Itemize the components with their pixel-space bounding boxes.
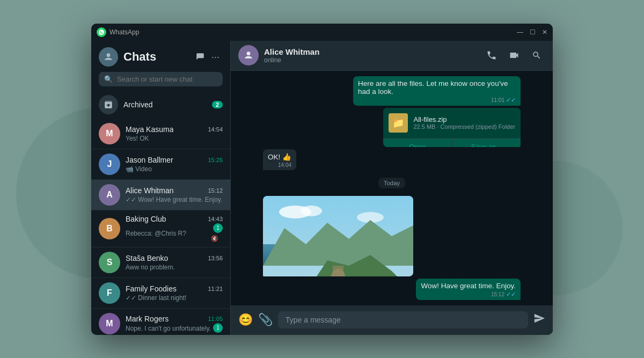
chat-item-preview: Nope. I can't go unfortunately. bbox=[126, 325, 211, 332]
chat-item-preview: 📹 Video bbox=[126, 165, 152, 173]
chat-header-avatar[interactable] bbox=[238, 45, 259, 65]
app-window: WhatsApp — ☐ ✕ Chats ⋯ bbox=[91, 24, 553, 335]
chat-list-item[interactable]: A Alice Whitman 15:12 ✓✓ Wow! Have great… bbox=[91, 180, 230, 210]
chat-name-row: Baking Club 14:43 bbox=[126, 215, 223, 223]
archived-row[interactable]: Archived 2 bbox=[91, 91, 230, 119]
chat-item-time: 11:21 bbox=[208, 286, 223, 292]
chat-header: Alice Whitman online bbox=[231, 41, 553, 71]
svg-rect-10 bbox=[333, 266, 343, 276]
chat-item-preview: ✓✓ Dinner last night! bbox=[126, 294, 186, 302]
chat-item-name: Baking Club bbox=[126, 215, 166, 223]
search-box: 🔍 bbox=[99, 72, 223, 86]
chat-avatar: M bbox=[99, 313, 120, 334]
file-actions: Open Save as... bbox=[383, 138, 521, 147]
chat-header-info: Alice Whitman online bbox=[264, 47, 483, 64]
chat-list-item[interactable]: M Mark Rogers 11:05 Nope. I can't go unf… bbox=[91, 309, 230, 335]
file-icon: 📁 bbox=[389, 113, 408, 133]
chat-list: M Maya Kasuma 14:54 Yes! OK J Jason Ball… bbox=[91, 119, 230, 335]
more-options-button[interactable]: ⋯ bbox=[208, 49, 223, 64]
file-info: All-files.zip 22.5 MB · Compressed (zipp… bbox=[413, 115, 515, 130]
chat-item-name: Mark Rogers bbox=[126, 315, 169, 323]
file-card: 📁 All-files.zip 22.5 MB · Compressed (zi… bbox=[383, 108, 521, 138]
read-receipt-icon: ✓✓ bbox=[506, 291, 516, 298]
main-content: Chats ⋯ 🔍 Archived 2 bbox=[91, 41, 553, 335]
chat-list-item[interactable]: M Maya Kasuma 14:54 Yes! OK bbox=[91, 119, 230, 149]
chat-item-info: Baking Club 14:43 Rebecca: @Chris R? 1 🔇 bbox=[126, 215, 223, 243]
chat-item-info: Maya Kasuma 14:54 Yes! OK bbox=[126, 125, 223, 142]
chat-preview-row: Nope. I can't go unfortunately. 1 bbox=[126, 323, 223, 333]
svg-point-4 bbox=[301, 206, 322, 216]
search-messages-button[interactable] bbox=[528, 47, 545, 64]
chat-item-preview: Rebecca: @Chris R? bbox=[126, 230, 186, 237]
save-file-button[interactable]: Save as... bbox=[452, 138, 521, 147]
titlebar: WhatsApp — ☐ ✕ bbox=[91, 24, 553, 41]
chat-item-name: Staša Benko bbox=[126, 254, 168, 262]
chat-item-info: Jason Ballmer 15:26 📹 Video bbox=[126, 156, 223, 173]
chat-item-time: 14:43 bbox=[208, 216, 223, 222]
input-bar: 😊 📎 bbox=[231, 305, 553, 335]
chat-avatar: F bbox=[99, 282, 120, 304]
new-chat-button[interactable] bbox=[193, 49, 208, 64]
sidebar-title-row: Chats ⋯ bbox=[99, 47, 223, 67]
message-time: 14:04 bbox=[278, 162, 291, 168]
unread-count-badge: 1 bbox=[213, 323, 223, 333]
message-bubble: Here are all the files. Let me know once… bbox=[353, 76, 521, 106]
emoji-button[interactable]: 😊 bbox=[238, 313, 253, 327]
chat-status: online bbox=[264, 56, 483, 64]
chat-item-badge: 1 🔇 bbox=[211, 223, 223, 243]
message-meta: 11:01 ✓✓ bbox=[358, 97, 516, 104]
chat-item-time: 15:12 bbox=[208, 187, 223, 194]
svg-point-0 bbox=[107, 53, 111, 57]
voice-call-button[interactable] bbox=[483, 47, 500, 64]
chat-preview-row: 📹 Video bbox=[126, 164, 223, 173]
chat-list-item[interactable]: F Family Foodies 11:21 ✓✓ Dinner last ni… bbox=[91, 278, 230, 309]
message-input[interactable] bbox=[278, 311, 528, 328]
close-button[interactable]: ✕ bbox=[542, 28, 547, 36]
chat-name-row: Maya Kasuma 14:54 bbox=[126, 125, 223, 134]
user-avatar[interactable] bbox=[99, 47, 118, 67]
chat-item-info: Alice Whitman 15:12 ✓✓ Wow! Have great t… bbox=[126, 186, 223, 203]
send-button[interactable] bbox=[533, 312, 545, 327]
message-text: OK! 👍 bbox=[268, 152, 291, 161]
titlebar-label: WhatsApp bbox=[109, 28, 517, 36]
archive-icon bbox=[99, 95, 118, 114]
file-attachment-bubble: 📁 All-files.zip 22.5 MB · Compressed (zi… bbox=[383, 108, 521, 147]
unread-count-badge: 1 bbox=[213, 223, 223, 233]
open-file-button[interactable]: Open bbox=[383, 138, 451, 147]
search-input[interactable] bbox=[117, 75, 217, 83]
chat-preview-row: Rebecca: @Chris R? 1 🔇 bbox=[126, 223, 223, 243]
sidebar-header: Chats ⋯ 🔍 bbox=[91, 41, 230, 91]
sidebar-title: Chats bbox=[123, 50, 193, 64]
chat-name-row: Alice Whitman 15:12 bbox=[126, 186, 223, 195]
archived-badge: 2 bbox=[212, 101, 223, 108]
file-name: All-files.zip bbox=[413, 115, 515, 123]
chat-list-item[interactable]: B Baking Club 14:43 Rebecca: @Chris R? 1… bbox=[91, 210, 230, 247]
minimize-button[interactable]: — bbox=[517, 28, 523, 36]
maximize-button[interactable]: ☐ bbox=[530, 28, 536, 36]
chat-item-name: Maya Kasuma bbox=[126, 125, 173, 134]
video-call-button[interactable] bbox=[506, 47, 523, 64]
chat-avatar: S bbox=[99, 252, 120, 273]
message-meta: 15:12 ✓✓ bbox=[421, 291, 516, 298]
chat-preview-row: ✓✓ Dinner last night! bbox=[126, 293, 223, 302]
chat-item-time: 15:26 bbox=[208, 157, 223, 163]
chat-preview-row: Yes! OK bbox=[126, 134, 223, 142]
chat-item-preview: ✓✓ Wow! Have great time. Enjoy. bbox=[126, 196, 222, 203]
chat-item-badge: 1 bbox=[211, 323, 223, 333]
chat-name-row: Jason Ballmer 15:26 bbox=[126, 156, 223, 164]
chat-item-name: Alice Whitman bbox=[126, 186, 173, 195]
app-logo bbox=[97, 27, 106, 37]
message-text: Here are all the files. Let me know once… bbox=[358, 79, 516, 96]
chat-item-name: Jason Ballmer bbox=[126, 156, 173, 164]
message-meta: 14:04 bbox=[268, 162, 291, 168]
chat-list-item[interactable]: S Staša Benko 13:56 Aww no problem. bbox=[91, 247, 230, 278]
chat-preview-row: Aww no problem. bbox=[126, 262, 223, 271]
chat-preview-row: ✓✓ Wow! Have great time. Enjoy. bbox=[126, 195, 223, 203]
chat-item-time: 13:56 bbox=[208, 255, 223, 261]
chat-list-item[interactable]: J Jason Ballmer 15:26 📹 Video bbox=[91, 149, 230, 180]
file-size: 22.5 MB · Compressed (zipped) Folder bbox=[413, 123, 515, 130]
attach-button[interactable]: 📎 bbox=[258, 313, 273, 327]
message-bubble: OK! 👍 14:04 bbox=[263, 149, 296, 170]
image-message-bubble: So beautiful here! ❤️ 15:05 bbox=[263, 196, 413, 276]
chat-name-row: Mark Rogers 11:05 bbox=[126, 315, 223, 323]
